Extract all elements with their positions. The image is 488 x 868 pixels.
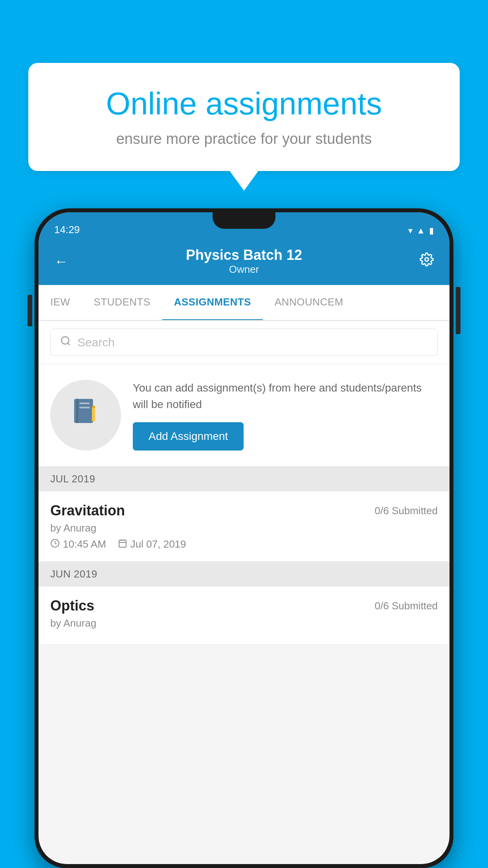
battery-icon: ▮ bbox=[429, 226, 434, 236]
search-icon bbox=[60, 335, 71, 349]
back-button[interactable]: ← bbox=[54, 253, 68, 270]
assignment-optics-name: Optics bbox=[50, 598, 94, 614]
assignment-optics-by: by Anurag bbox=[50, 617, 438, 629]
svg-point-1 bbox=[62, 337, 69, 344]
promo-description: You can add assignment(s) from here and … bbox=[133, 380, 438, 413]
svg-rect-5 bbox=[79, 403, 90, 404]
calendar-icon bbox=[118, 539, 127, 550]
svg-rect-8 bbox=[92, 406, 95, 408]
svg-rect-6 bbox=[79, 407, 90, 408]
status-icons: ▾ ▲ ▮ bbox=[408, 226, 434, 236]
svg-rect-10 bbox=[119, 540, 126, 547]
assignment-item-gravitation[interactable]: Gravitation 0/6 Submitted by Anurag 10:4… bbox=[39, 491, 449, 562]
header-subtitle: Owner bbox=[186, 263, 302, 276]
search-bar[interactable]: Search bbox=[50, 329, 438, 356]
svg-rect-7 bbox=[92, 407, 95, 421]
bubble-subtitle: ensure more practice for your students bbox=[56, 131, 432, 147]
header-title: Physics Batch 12 bbox=[186, 247, 302, 263]
add-assignment-button[interactable]: Add Assignment bbox=[133, 422, 244, 451]
phone-notch bbox=[213, 212, 275, 229]
svg-rect-4 bbox=[76, 399, 78, 423]
phone-frame: 14:29 ▾ ▲ ▮ ← Physics Batch 12 Owner bbox=[35, 208, 453, 868]
status-time: 14:29 bbox=[54, 224, 80, 236]
assignment-time: 10:45 AM bbox=[50, 538, 106, 550]
signal-icon: ▲ bbox=[416, 226, 425, 236]
clock-icon bbox=[50, 539, 60, 550]
tab-assignments[interactable]: ASSIGNMENTS bbox=[162, 285, 263, 321]
speech-bubble: Online assignments ensure more practice … bbox=[28, 63, 460, 171]
header-title-section: Physics Batch 12 Owner bbox=[186, 247, 302, 276]
bubble-title: Online assignments bbox=[56, 86, 432, 121]
power-button bbox=[456, 287, 460, 334]
wifi-icon: ▾ bbox=[408, 226, 413, 236]
section-header-jul: JUL 2019 bbox=[39, 467, 449, 491]
assignment-promo-text: You can add assignment(s) from here and … bbox=[133, 380, 438, 451]
assignment-item-optics[interactable]: Optics 0/6 Submitted by Anurag bbox=[39, 587, 449, 645]
svg-point-0 bbox=[425, 258, 429, 261]
section-header-jun: JUN 2019 bbox=[39, 562, 449, 587]
assignment-item-header: Gravitation 0/6 Submitted bbox=[50, 502, 438, 519]
tabs-container: IEW STUDENTS ASSIGNMENTS ANNOUNCEM bbox=[39, 285, 449, 321]
assignment-name: Gravitation bbox=[50, 502, 125, 519]
assignment-date: Jul 07, 2019 bbox=[118, 538, 186, 550]
assignment-meta: 10:45 AM Jul 07, 2019 bbox=[50, 538, 438, 550]
assignment-item-optics-header: Optics 0/6 Submitted bbox=[50, 598, 438, 614]
volume-button bbox=[28, 295, 32, 326]
assignment-submitted: 0/6 Submitted bbox=[375, 505, 438, 517]
assignment-icon-circle bbox=[50, 380, 121, 451]
notebook-icon bbox=[70, 396, 101, 434]
settings-button[interactable] bbox=[420, 252, 434, 270]
app-header: ← Physics Batch 12 Owner bbox=[39, 240, 449, 285]
add-assignment-promo: You can add assignment(s) from here and … bbox=[39, 364, 449, 467]
tab-students[interactable]: STUDENTS bbox=[82, 285, 162, 320]
speech-bubble-container: Online assignments ensure more practice … bbox=[28, 63, 460, 171]
tab-iew[interactable]: IEW bbox=[39, 285, 82, 320]
tab-announcements[interactable]: ANNOUNCEM bbox=[263, 285, 355, 320]
search-placeholder: Search bbox=[77, 336, 115, 349]
phone-screen: 14:29 ▾ ▲ ▮ ← Physics Batch 12 Owner bbox=[39, 212, 449, 864]
search-container: Search bbox=[39, 321, 449, 364]
assignment-by: by Anurag bbox=[50, 522, 438, 534]
assignment-optics-submitted: 0/6 Submitted bbox=[375, 600, 438, 612]
svg-line-2 bbox=[68, 343, 70, 345]
